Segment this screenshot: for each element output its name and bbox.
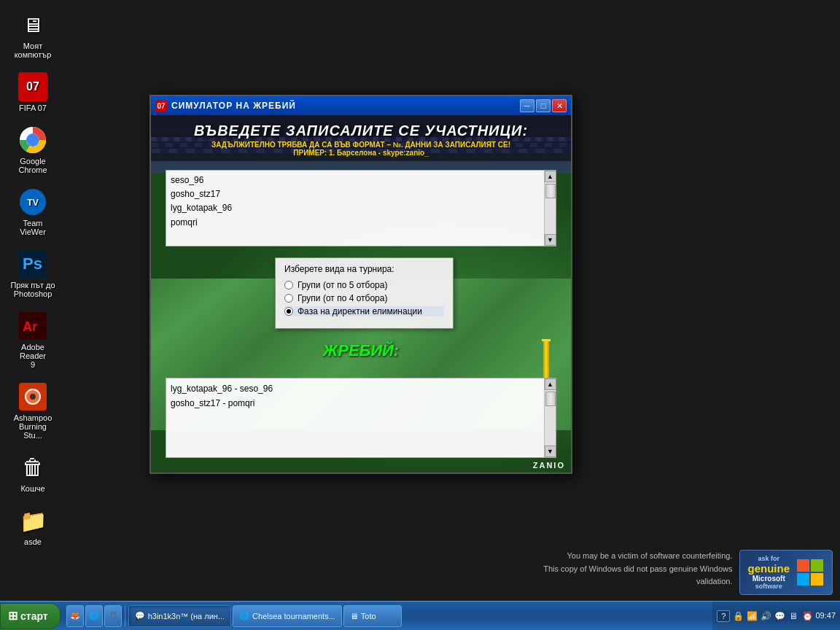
header-sub2: ПРИМЕР: 1. Барселона - skype:zanio_ (155, 149, 567, 157)
lottery-label: ЖРЕБИЙ: (151, 341, 571, 360)
icon-label: Ashampoo Burning Stu... (10, 413, 55, 440)
dialog-title: Изберете вида на турнира: (284, 264, 444, 274)
radio-circle-groups5[interactable] (284, 281, 293, 289)
window-controls: ─ □ ✕ (520, 99, 567, 112)
tray-clock-icon[interactable]: ⏰ (801, 610, 813, 622)
badge-microsoft: Microsoft (752, 575, 785, 583)
desktop-icon-chrome[interactable]: Google Chrome (7, 122, 58, 177)
radio-groups5[interactable]: Групи (от по 5 отбора) (284, 280, 444, 290)
icon-label: Кошче (20, 484, 44, 493)
radio-circle-direct[interactable] (284, 307, 293, 316)
radio-circle-groups4[interactable] (284, 294, 293, 303)
badge-ask: ask for (758, 555, 779, 562)
desktop-icon-fifa07[interactable]: 07 FIFA 07 (7, 69, 58, 115)
h3in1k3n-label: h3in1k3n™ (на лин... (148, 612, 225, 621)
folder-icon: 📁 (18, 506, 47, 535)
tray-display[interactable]: 🖥 (788, 610, 799, 622)
desktop-icon-ashampoo[interactable]: Ashampoo Burning Stu... (7, 379, 58, 443)
svg-text:TV: TV (27, 198, 38, 208)
desktop-icon-photoshop[interactable]: Ps Пряк път до Photoshop (7, 246, 58, 301)
windows-start-logo: ⊞ (8, 609, 18, 623)
tray-antivirus[interactable]: 🔒 (732, 610, 744, 622)
taskbar-chelsea[interactable]: 🌐 Chelsea tournaments... (233, 605, 342, 627)
chelsea-label: Chelsea tournaments... (252, 612, 335, 621)
ie-icon: 🌐 (89, 611, 99, 621)
svg-rect-12 (797, 559, 809, 572)
quicklaunch-firefox[interactable]: 🦊 (66, 605, 84, 627)
watermark-line2: This copy of Windows did not pass genuin… (543, 563, 732, 576)
participants-input-area: ▲ ▼ (166, 170, 556, 246)
taskbar-toto[interactable]: 🖥 Toto (343, 605, 402, 627)
window-header: ВЪВЕДЕТЕ ЗАПИСАЛИТЕ СЕ УЧАСТНИЦИ: ЗАДЪЛЖ… (151, 115, 571, 161)
toto-icon: 🖥 (350, 612, 358, 621)
tray-network[interactable]: 📶 (746, 610, 758, 622)
desktop-icon-adobe[interactable]: Ar Adobe Reader 9 (7, 308, 58, 372)
tray-messenger[interactable]: 💬 (774, 610, 785, 622)
participants-textarea[interactable] (166, 171, 544, 246)
quicklaunch-ie[interactable]: 🌐 (85, 605, 103, 627)
photoshop-icon: Ps (18, 249, 47, 279)
radio-groups4[interactable]: Групи (от по 4 отбора) (284, 293, 444, 303)
clock-time: 09:47 (815, 610, 836, 621)
taskbar-divider (125, 606, 125, 626)
system-tray: ? 🔒 📶 🔊 💬 🖥 ⏰ 09:47 (712, 602, 840, 630)
desktop-icon-asde[interactable]: 📁 asde (7, 503, 58, 549)
icon-label: FIFA 07 (19, 104, 47, 112)
ashampoo-icon (18, 382, 47, 411)
scroll-thumb2[interactable] (545, 392, 556, 406)
output-scrollbar[interactable]: ▲ ▼ (544, 378, 556, 457)
desktop-icon-teamviewer[interactable]: TV Team VieWer (7, 184, 58, 239)
tray-volume[interactable]: 🔊 (760, 610, 771, 622)
watermark-line1: You may be a victim of software counterf… (543, 550, 732, 563)
scroll-up-arrow2[interactable]: ▲ (545, 378, 556, 390)
start-label: старт (20, 610, 48, 622)
radio-direct[interactable]: Фаза на директни елиминации (284, 306, 444, 316)
taskbar-apps: 🦊 🌐 🎵 💬 h3in1k3n™ (на лин... 🌐 Chelsea t… (63, 602, 713, 630)
h3in1k3n-icon: 💬 (135, 611, 145, 621)
svg-rect-15 (811, 573, 823, 586)
desktop-icon-my-computer[interactable]: 🖥 Моят компютър (7, 7, 58, 62)
svg-text:Ar: Ar (23, 319, 37, 334)
icon-label: Team VieWer (10, 219, 55, 236)
scroll-down-arrow2[interactable]: ▼ (545, 446, 556, 457)
firefox-icon: 🦊 (70, 611, 80, 621)
watermark-text: You may be a victim of software counterf… (543, 550, 732, 588)
output-area: ▲ ▼ (166, 378, 556, 458)
scroll-down-arrow[interactable]: ▼ (545, 234, 556, 246)
window-icon: 07 (155, 100, 167, 112)
scroll-up-arrow[interactable]: ▲ (545, 171, 556, 182)
desktop-icon-trash[interactable]: 🗑 Кошче (7, 450, 58, 496)
media-icon: 🎵 (108, 611, 118, 621)
close-button[interactable]: ✕ (552, 99, 567, 112)
watermark-line3: validation. (543, 575, 732, 588)
results-textarea[interactable] (166, 378, 544, 457)
fifa-icon: 07 (18, 72, 47, 101)
window-title: СИМУЛАТОР НА ЖРЕБИЙ (171, 101, 516, 111)
badge-genuine: genuine (747, 562, 790, 575)
svg-text:Ps: Ps (23, 254, 42, 273)
genuine-badge: ask for genuine Microsoft software (739, 550, 833, 595)
taskbar: ⊞ старт 🦊 🌐 🎵 💬 h3in1k3n™ (на лин... 🌐 (0, 601, 840, 630)
genuine-logo: ask for genuine Microsoft software (747, 555, 790, 590)
maximize-button[interactable]: □ (536, 99, 551, 112)
time-display: 09:47 (815, 610, 836, 621)
trash-icon: 🗑 (18, 453, 47, 482)
svg-point-2 (28, 136, 37, 144)
scroll-thumb[interactable] (545, 184, 556, 198)
quicklaunch-media[interactable]: 🎵 (104, 605, 122, 627)
toto-label: Toto (361, 612, 376, 621)
icon-label: Adobe Reader 9 (10, 343, 55, 369)
app-window: 07 СИМУЛАТОР НА ЖРЕБИЙ ─ □ ✕ (149, 95, 572, 474)
header-title: ВЪВЕДЕТЕ ЗАПИСАЛИТЕ СЕ УЧАСТНИЦИ: (155, 122, 567, 139)
windows-logo (796, 558, 825, 587)
tournament-dialog: Изберете вида на турнира: Групи (от по 5… (275, 257, 454, 329)
input-scrollbar[interactable]: ▲ ▼ (544, 171, 556, 246)
start-button[interactable]: ⊞ старт (0, 603, 61, 629)
help-button[interactable]: ? (717, 610, 730, 622)
icon-label: Моят компютър (15, 42, 52, 59)
svg-rect-14 (797, 573, 809, 586)
window-titlebar: 07 СИМУЛАТОР НА ЖРЕБИЙ ─ □ ✕ (151, 96, 571, 115)
taskbar-h3in1k3n[interactable]: 💬 h3in1k3n™ (на лин... (128, 605, 231, 627)
minimize-button[interactable]: ─ (520, 99, 534, 112)
computer-icon: 🖥 (18, 10, 47, 39)
